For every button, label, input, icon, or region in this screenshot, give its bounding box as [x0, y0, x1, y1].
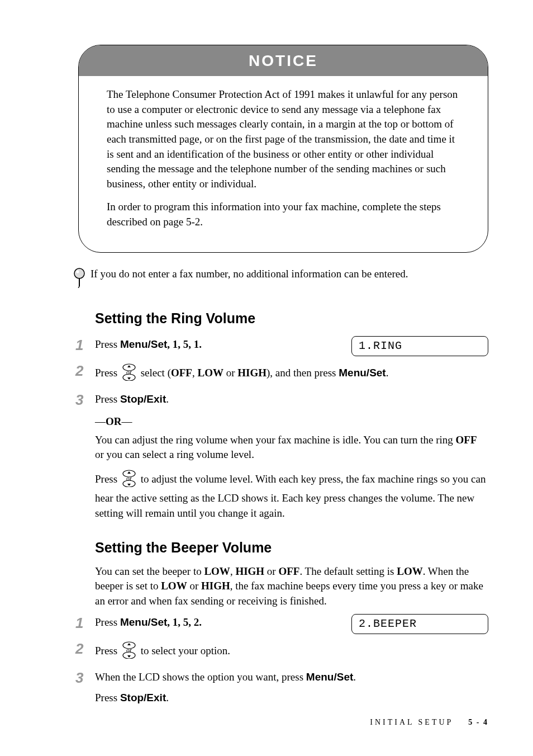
beeper-step-1: 1 Press Menu/Set, 1, 5, 2. 2.BEEPER	[75, 613, 488, 634]
stop-exit-button: Stop/Exit	[120, 393, 166, 405]
step-text: Press Stop/Exit.	[95, 390, 488, 407]
ring-body-idle: You can adjust the ring volume when your…	[95, 433, 488, 462]
tip-row: If you do not enter a fax number, no add…	[73, 267, 488, 292]
notice-title: NOTICE	[79, 45, 488, 76]
up-down-or-icon: or	[121, 363, 137, 385]
up-down-or-icon: or	[121, 641, 137, 663]
heading-beeper-volume: Setting the Beeper Volume	[95, 538, 488, 557]
ring-step-3: 3 Press Stop/Exit.	[75, 390, 488, 410]
stop-exit-button: Stop/Exit	[120, 692, 166, 703]
footer-page-number: 5 - 4	[468, 718, 488, 726]
step-number: 1	[75, 613, 95, 633]
notice-paragraph-1: The Telephone Consumer Protection Act of…	[107, 87, 460, 191]
svg-text:or: or	[126, 646, 132, 654]
step-number: 3	[75, 390, 95, 410]
beeper-intro: You can set the beeper to LOW, HIGH or O…	[95, 564, 488, 609]
menu-set-button: Menu/Set	[120, 338, 167, 350]
beeper-step-2: 2 Press or to select your option.	[75, 639, 488, 663]
lcd-display-ring: 1.RING	[351, 336, 488, 356]
heading-ring-volume: Setting the Ring Volume	[95, 309, 488, 328]
svg-text:or: or	[126, 368, 132, 376]
ring-step-2: 2 Press or select (OFF, LOW or HIGH), an…	[75, 361, 488, 385]
step-number: 1	[75, 335, 95, 355]
menu-set-button: Menu/Set	[120, 616, 167, 628]
beeper-step-3: 3 When the LCD shows the option you want…	[75, 668, 488, 705]
ring-step-1: 1 Press Menu/Set, 1, 5, 1. 1.RING	[75, 335, 488, 356]
svg-text:or: or	[126, 475, 132, 483]
step-text: Press or to select your option.	[95, 639, 488, 663]
lcd-display-beeper: 2.BEEPER	[351, 614, 488, 634]
step-number: 3	[75, 668, 95, 688]
step-number: 2	[75, 639, 95, 659]
notice-paragraph-2: In order to program this information int…	[107, 200, 460, 229]
menu-set-button: Menu/Set	[339, 367, 386, 379]
step-text: When the LCD shows the option you want, …	[95, 668, 488, 705]
up-down-or-icon: or	[121, 469, 137, 492]
svg-point-1	[77, 270, 79, 273]
notice-box: NOTICE The Telephone Consumer Protection…	[78, 45, 488, 253]
step-text: Press Menu/Set, 1, 5, 1.	[95, 337, 346, 352]
svg-point-0	[74, 268, 84, 278]
notice-body: The Telephone Consumer Protection Act of…	[79, 87, 488, 229]
menu-set-button: Menu/Set	[306, 671, 353, 683]
footer-section-label: INITIAL SETUP	[370, 718, 453, 726]
or-separator: —OR—	[95, 414, 488, 429]
tip-pin-icon	[73, 268, 86, 292]
step-text: Press Menu/Set, 1, 5, 2.	[95, 615, 346, 630]
step-number: 2	[75, 361, 95, 381]
step-text: Press or select (OFF, LOW or HIGH), and …	[95, 361, 488, 385]
tip-text: If you do not enter a fax number, no add…	[91, 267, 408, 282]
page-footer: INITIAL SETUP 5 - 4	[370, 717, 488, 728]
ring-body-adjust: Press or to adjust the volume level. Wit…	[95, 469, 488, 521]
